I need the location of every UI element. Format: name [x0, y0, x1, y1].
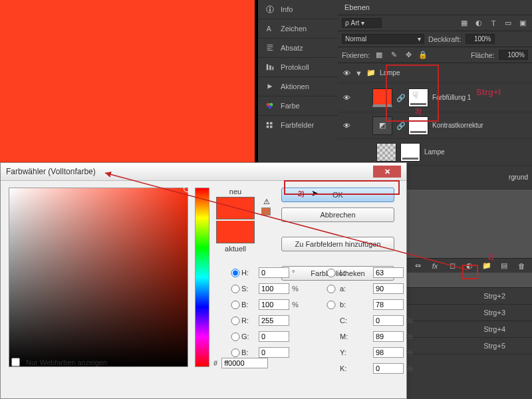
lock-row: Fixieren: ▩ ✎ ✥ 🔒 Fläche: 100%: [338, 47, 532, 63]
filter-adjustment-icon[interactable]: ◐: [473, 19, 484, 28]
web-colors-only-checkbox[interactable]: Nur Webfarben anzeigen: [9, 356, 107, 368]
cursor-hand-icon: ☟: [412, 90, 418, 100]
layer-name[interactable]: rgrund: [509, 174, 528, 181]
hex-input[interactable]: [221, 358, 268, 368]
input-bv[interactable]: [259, 299, 289, 310]
layer-thumbnail-fill[interactable]: [372, 88, 392, 107]
input-c[interactable]: [373, 315, 404, 326]
current-color-label: aktuell: [225, 245, 246, 253]
layer-thumbnail-adjustment[interactable]: ◩: [372, 116, 392, 135]
input-a[interactable]: [373, 283, 404, 294]
panel-tab-info[interactable]: Info: [258, 0, 338, 19]
document-canvas[interactable]: [0, 0, 255, 162]
radio-bl[interactable]: [229, 348, 241, 357]
label-r: R:: [241, 317, 259, 325]
layer-thumbnail[interactable]: [376, 143, 396, 162]
panel-tab-label: Zeichen: [281, 25, 307, 33]
add-mask-button[interactable]: ◻: [447, 261, 458, 271]
label-a: a:: [340, 285, 373, 293]
layers-filter-toolbar: ρ Art ▾ ▦ ◐ T ▭ ▣: [338, 15, 532, 31]
radio-b[interactable]: [323, 301, 340, 309]
visibility-toggle[interactable]: 👁: [342, 93, 351, 102]
layer-mask-thumbnail[interactable]: [408, 88, 428, 107]
panel-tab-absatz[interactable]: Absatz: [258, 38, 338, 57]
panel-tab-farbe[interactable]: Farbe: [258, 96, 338, 115]
add-to-swatches-button[interactable]: Zu Farbfeldern hinzufügen: [281, 237, 394, 251]
close-button[interactable]: ✕: [373, 166, 401, 178]
filter-smart-icon[interactable]: ▣: [517, 19, 528, 28]
current-color-swatch[interactable]: [216, 221, 255, 243]
fill-input[interactable]: 100%: [499, 50, 528, 60]
input-r[interactable]: [259, 315, 289, 326]
layer-name[interactable]: Farbfüllung 1: [432, 94, 471, 101]
radio-s[interactable]: [229, 285, 241, 293]
cancel-button[interactable]: Abbrechen: [281, 207, 394, 222]
input-y[interactable]: [373, 347, 404, 358]
layer-row-lampe[interactable]: Lampe: [338, 139, 532, 166]
layer-mask-thumbnail[interactable]: [400, 143, 420, 162]
filter-type-icon[interactable]: T: [488, 19, 499, 28]
radio-g[interactable]: [229, 332, 241, 341]
lock-pixels-icon[interactable]: ✎: [388, 51, 399, 60]
dialog-titlebar[interactable]: Farbwähler (Volltonfarbe) ✕: [1, 163, 406, 181]
radio-r[interactable]: [229, 317, 241, 325]
panel-tab-label: Absatz: [281, 44, 303, 52]
layer-row-fill[interactable]: 👁 🔗 Farbfüllung 1: [338, 83, 532, 112]
new-group-button[interactable]: 📁: [481, 261, 492, 271]
filter-kind-select[interactable]: ρ Art ▾: [342, 18, 382, 28]
annotation-text-1: 1): [487, 253, 494, 261]
lock-transparent-icon[interactable]: ▩: [374, 51, 384, 60]
svg-rect-5: [269, 65, 271, 70]
label-bv: B:: [241, 301, 259, 309]
gamut-warning-icon[interactable]: ⚠: [261, 197, 272, 206]
layer-mask-thumbnail[interactable]: [408, 116, 428, 135]
input-k[interactable]: [373, 363, 404, 374]
gamut-swatch[interactable]: [261, 207, 271, 215]
layer-name[interactable]: Kontrastkorrektur: [432, 122, 483, 129]
new-layer-button[interactable]: ▤: [499, 261, 509, 271]
adjustment-layer-button[interactable]: ◐: [464, 261, 475, 271]
filter-pixel-icon[interactable]: ▦: [459, 19, 469, 28]
layer-name[interactable]: Lampe: [424, 148, 445, 156]
panel-tab-aktionen[interactable]: Aktionen: [258, 76, 338, 96]
web-colors-checkbox-input[interactable]: [11, 358, 20, 366]
link-layers-button[interactable]: ⇔: [412, 261, 423, 271]
svg-rect-4: [267, 65, 269, 70]
visibility-toggle[interactable]: 👁: [342, 68, 351, 78]
label-bl: B:: [241, 348, 259, 356]
hue-slider[interactable]: [195, 188, 209, 367]
layer-row-adjustment[interactable]: 👁 ◩ 🔗 Kontrastkorrektur: [338, 112, 532, 139]
disclosure-triangle[interactable]: ▼: [355, 69, 362, 77]
visibility-toggle[interactable]: 👁: [342, 121, 351, 130]
panel-tab-farbfelder[interactable]: Farbfelder: [258, 115, 338, 134]
input-h[interactable]: [259, 267, 289, 278]
label-l: L:: [340, 269, 373, 277]
panel-tab-zeichen[interactable]: AZeichen: [258, 19, 338, 38]
opacity-input[interactable]: 100%: [466, 34, 495, 44]
input-l[interactable]: [373, 267, 404, 278]
radio-bv[interactable]: [229, 301, 241, 309]
delete-layer-button[interactable]: 🗑: [516, 261, 527, 271]
layer-row-group[interactable]: 👁 ▼ 📁 Lampe: [338, 63, 532, 83]
layer-name[interactable]: Lampe: [380, 69, 400, 76]
input-s[interactable]: [259, 283, 289, 294]
lock-position-icon[interactable]: ✥: [403, 51, 414, 60]
input-m[interactable]: [373, 331, 404, 342]
paragraph-icon: [265, 43, 275, 53]
filter-shape-icon[interactable]: ▭: [503, 19, 513, 28]
panel-tab-protokoll[interactable]: Protokoll: [258, 57, 338, 76]
svg-text:A: A: [267, 25, 271, 33]
radio-l[interactable]: [323, 269, 340, 277]
saturation-brightness-field[interactable]: [9, 188, 188, 367]
lock-all-icon[interactable]: 🔒: [418, 51, 428, 60]
svg-point-9: [268, 105, 271, 108]
radio-h[interactable]: [229, 269, 241, 277]
fx-button[interactable]: fx: [430, 261, 440, 271]
radio-a[interactable]: [323, 285, 340, 293]
input-bl[interactable]: [259, 347, 289, 358]
blend-mode-select[interactable]: Normal▾: [342, 34, 424, 44]
input-b[interactable]: [373, 299, 404, 310]
swatches-icon: [265, 120, 275, 130]
input-g[interactable]: [259, 331, 289, 342]
ok-button[interactable]: 2) ➤ OK: [281, 188, 394, 202]
